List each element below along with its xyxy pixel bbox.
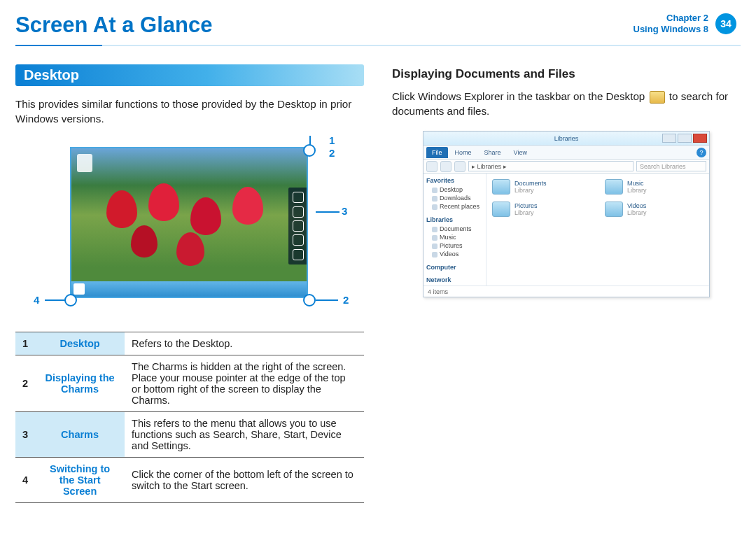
chapter-block: Chapter 2 Using Windows 8 34 — [634, 13, 737, 34]
wallpaper-tulip — [148, 183, 179, 221]
library-subtext: Library — [627, 187, 647, 194]
nav-item[interactable]: Recent places — [426, 202, 483, 211]
chapter-text: Chapter 2 Using Windows 8 — [634, 13, 709, 34]
nav-item[interactable]: Desktop — [426, 185, 483, 194]
videos-library-icon — [605, 202, 623, 217]
ribbon-tab-file[interactable]: File — [426, 147, 448, 158]
library-item[interactable]: MusicLibrary — [605, 179, 704, 195]
search-field[interactable]: Search Libraries — [636, 161, 706, 171]
legend-number: 2 — [15, 355, 35, 412]
explorer-taskbar-icon — [650, 91, 665, 104]
address-field[interactable]: ▸ Libraries ▸ — [468, 161, 634, 171]
library-name: Documents — [514, 180, 547, 187]
legend-number: 3 — [15, 412, 35, 458]
share-charm-icon — [293, 206, 304, 218]
ribbon-tab-share[interactable]: Share — [479, 147, 507, 158]
legend-description: This refers to the menu that allows you … — [125, 412, 364, 458]
devices-charm-icon — [293, 234, 304, 246]
legend-term: Desktop — [35, 332, 125, 355]
minimize-button[interactable] — [662, 134, 676, 143]
explorer-titlebar: Libraries — [424, 132, 709, 146]
legend-description: Click the corner of the bottom left of t… — [125, 458, 364, 503]
subheading-documents: Displaying Documents and Files — [392, 67, 741, 81]
wallpaper-tulip — [106, 190, 137, 228]
callout-line — [316, 299, 338, 301]
table-row: 3 Charms This refers to the menu that al… — [15, 412, 364, 458]
recycle-bin-icon — [77, 154, 92, 172]
nav-item[interactable]: Pictures — [426, 241, 483, 250]
callout-number-2: 2 — [329, 147, 335, 159]
explorer-window: Libraries File Home Share View ? ▸ Libra… — [423, 131, 710, 297]
table-row: 2 Displaying the Charms The Charms is hi… — [15, 355, 364, 412]
nav-group-network[interactable]: Network — [426, 276, 483, 283]
table-row: 1 Desktop Refers to the Desktop. — [15, 332, 364, 355]
up-button[interactable] — [454, 161, 465, 172]
library-subtext: Library — [627, 209, 647, 216]
page-header: Screen At a Glance Chapter 2 Using Windo… — [0, 0, 756, 45]
ribbon-tab-home[interactable]: Home — [449, 147, 477, 158]
section-title-desktop: Desktop — [15, 64, 364, 86]
para-text-before: Click Windows Explorer in the taskbar on… — [392, 90, 648, 102]
explorer-content-pane: DocumentsLibrary MusicLibrary PicturesLi… — [486, 174, 709, 285]
legend-term: Displaying the Charms — [35, 355, 125, 412]
pictures-library-icon — [492, 202, 510, 217]
close-button[interactable] — [693, 134, 707, 143]
library-name: Videos — [627, 202, 647, 209]
ribbon-tab-view[interactable]: View — [508, 147, 533, 158]
callout-number-1: 1 — [329, 134, 335, 146]
page-number-badge: 34 — [715, 13, 736, 34]
nav-group-favorites[interactable]: Favorites — [426, 177, 483, 184]
wallpaper-tulip — [176, 232, 204, 266]
page-title: Screen At a Glance — [15, 13, 212, 38]
explorer-body: Favorites Desktop Downloads Recent place… — [424, 174, 709, 285]
desktop-screenshot — [70, 147, 308, 298]
settings-charm-icon — [293, 249, 304, 260]
explorer-address-bar: ▸ Libraries ▸ Search Libraries — [424, 160, 709, 174]
start-corner-icon — [74, 283, 85, 295]
nav-item[interactable]: Downloads — [426, 194, 483, 202]
wallpaper-tulip — [232, 187, 263, 225]
legend-number: 4 — [15, 458, 35, 503]
legend-term: Charms — [35, 412, 125, 458]
library-item[interactable]: VideosLibrary — [605, 202, 704, 217]
library-item[interactable]: PicturesLibrary — [492, 202, 591, 217]
nav-item[interactable]: Videos — [426, 250, 483, 258]
legend-description: Refers to the Desktop. — [125, 332, 364, 355]
callout-marker — [303, 294, 316, 306]
taskbar — [71, 281, 307, 297]
search-charm-icon — [293, 192, 304, 203]
callout-number-4: 4 — [34, 294, 39, 306]
nav-group-libraries[interactable]: Libraries — [426, 216, 483, 223]
chapter-line-2: Using Windows 8 — [634, 24, 709, 35]
explorer-ribbon: File Home Share View ? — [424, 146, 709, 160]
legend-number: 1 — [15, 332, 35, 355]
chapter-line-1: Chapter 2 — [634, 13, 709, 24]
back-button[interactable] — [426, 161, 438, 172]
explorer-nav-pane: Favorites Desktop Downloads Recent place… — [424, 174, 486, 285]
right-column: Displaying Documents and Files Click Win… — [392, 64, 741, 503]
nav-group-computer[interactable]: Computer — [426, 264, 483, 271]
documents-library-icon — [492, 179, 510, 195]
help-icon[interactable]: ? — [696, 148, 706, 157]
start-charm-icon — [293, 220, 304, 232]
library-name: Music — [627, 180, 647, 187]
nav-item[interactable]: Music — [426, 233, 483, 241]
charms-bar — [288, 188, 308, 265]
nav-item[interactable]: Documents — [426, 225, 483, 233]
window-buttons — [662, 134, 707, 143]
table-row: 4 Switching to the Start Screen Click th… — [15, 458, 364, 503]
documents-paragraph: Click Windows Explorer in the taskbar on… — [392, 90, 741, 118]
explorer-title-text: Libraries — [554, 135, 579, 142]
desktop-legend-table: 1 Desktop Refers to the Desktop. 2 Displ… — [15, 332, 364, 503]
library-item[interactable]: DocumentsLibrary — [492, 179, 591, 195]
wallpaper-tulip — [190, 197, 221, 235]
forward-button[interactable] — [440, 161, 451, 172]
callout-line — [316, 211, 340, 213]
legend-description: The Charms is hidden at the right of the… — [125, 355, 364, 412]
left-column: Desktop This provides similar functions … — [15, 64, 364, 503]
maximize-button[interactable] — [678, 134, 692, 143]
legend-term: Switching to the Start Screen — [35, 458, 125, 503]
library-subtext: Library — [514, 187, 547, 194]
library-name: Pictures — [514, 202, 538, 209]
header-rule — [15, 45, 741, 46]
